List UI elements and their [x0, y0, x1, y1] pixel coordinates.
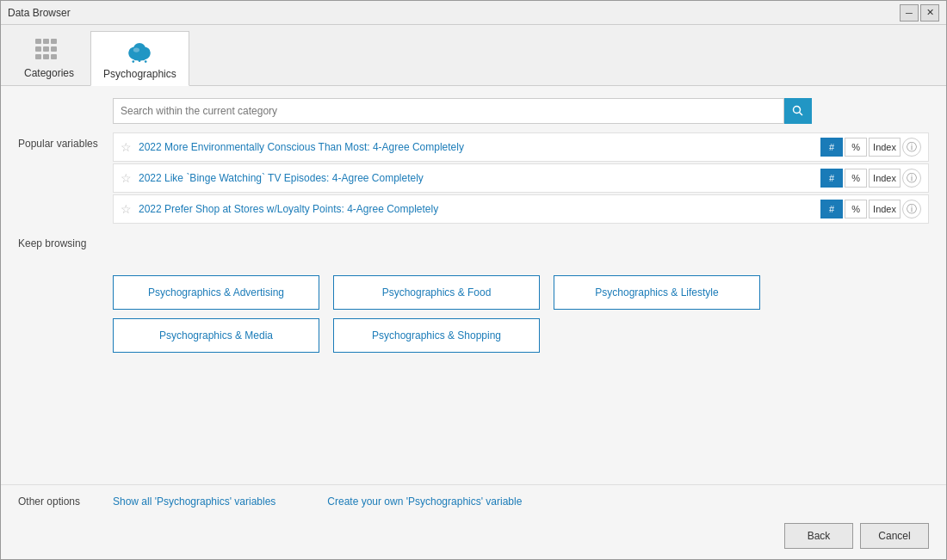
variable-buttons-2: # % Index ⓘ [820, 169, 921, 188]
cancel-button[interactable]: Cancel [860, 523, 929, 549]
svg-rect-0 [35, 39, 41, 44]
hash-button-3[interactable]: # [820, 200, 843, 218]
window-title: Data Browser [8, 7, 71, 19]
variable-link-1[interactable]: 2022 More Environmentally Conscious Than… [139, 141, 820, 153]
variable-buttons-3: # % Index ⓘ [820, 200, 921, 218]
tab-bar: Categories [1, 25, 946, 86]
svg-rect-5 [51, 46, 57, 52]
categories-icon [34, 34, 65, 65]
info-button-3[interactable]: ⓘ [902, 200, 921, 218]
variable-row: ☆ 2022 Prefer Shop at Stores w/Loyalty P… [113, 194, 929, 224]
other-options-links: Show all 'Psychographics' variables Crea… [113, 495, 522, 508]
browse-btn-media[interactable]: Psychographics & Media [113, 318, 319, 353]
percent-button-3[interactable]: % [845, 200, 867, 218]
bottom-section: Other options Show all 'Psychographics' … [1, 484, 946, 559]
close-button[interactable]: ✕ [920, 4, 939, 22]
svg-rect-1 [43, 39, 49, 44]
variable-link-3[interactable]: 2022 Prefer Shop at Stores w/Loyalty Poi… [139, 203, 820, 215]
svg-rect-2 [51, 39, 57, 44]
browse-row-1: Psychographics & Advertising Psychograph… [113, 275, 929, 310]
variable-buttons-1: # % Index ⓘ [820, 138, 921, 157]
svg-line-20 [800, 113, 803, 116]
browse-btn-shopping[interactable]: Psychographics & Shopping [333, 318, 540, 353]
title-bar-buttons: ─ ✕ [900, 4, 939, 22]
svg-point-17 [145, 60, 147, 63]
svg-rect-7 [43, 54, 49, 59]
search-button[interactable] [784, 98, 812, 124]
svg-rect-6 [35, 54, 41, 59]
svg-rect-4 [43, 46, 49, 52]
percent-button-2[interactable]: % [845, 169, 867, 188]
info-button-1[interactable]: ⓘ [902, 138, 921, 157]
star-button-3[interactable]: ☆ [121, 202, 132, 216]
back-button[interactable]: Back [784, 523, 853, 549]
svg-point-13 [135, 58, 138, 61]
keep-browsing-section: Keep browsing Psychographics & Advertisi… [18, 231, 929, 353]
variable-row: ☆ 2022 Like `Binge Watching` TV Episodes… [113, 163, 929, 193]
svg-point-19 [794, 107, 801, 114]
minimize-button[interactable]: ─ [900, 4, 919, 22]
percent-button-1[interactable]: % [845, 138, 867, 157]
index-button-2[interactable]: Index [869, 169, 901, 188]
search-row [18, 98, 929, 124]
index-button-3[interactable]: Index [869, 200, 901, 218]
tab-categories-label: Categories [24, 67, 74, 79]
search-icon [792, 105, 804, 117]
info-button-2[interactable]: ⓘ [902, 169, 921, 188]
footer-buttons: Back Cancel [18, 516, 929, 549]
main-window: Data Browser ─ ✕ Categorie [0, 0, 947, 560]
browse-btn-food[interactable]: Psychographics & Food [333, 275, 540, 310]
browse-row-2: Psychographics & Media Psychographics & … [113, 318, 929, 353]
tab-categories[interactable]: Categories [11, 30, 87, 85]
browse-btn-advertising[interactable]: Psychographics & Advertising [113, 275, 319, 310]
browse-buttons-area: Psychographics & Advertising Psychograph… [18, 275, 929, 353]
svg-point-15 [143, 58, 145, 61]
star-button-1[interactable]: ☆ [121, 140, 132, 154]
psychographics-icon [124, 35, 155, 66]
hash-button-2[interactable]: # [820, 169, 843, 188]
tab-psychographics-label: Psychographics [103, 68, 176, 80]
keep-browsing-label: Keep browsing [18, 237, 929, 249]
svg-point-14 [139, 59, 141, 62]
content-area: Popular variables ☆ 2022 More Environmen… [1, 86, 946, 484]
svg-rect-8 [51, 54, 57, 59]
svg-rect-3 [35, 46, 41, 52]
browse-btn-lifestyle[interactable]: Psychographics & Lifestyle [554, 275, 760, 310]
variable-link-2[interactable]: 2022 Like `Binge Watching` TV Episodes: … [139, 172, 820, 184]
variable-row: ☆ 2022 More Environmentally Conscious Th… [113, 132, 929, 162]
popular-variables-label: Popular variables [18, 132, 113, 225]
svg-point-16 [133, 60, 135, 63]
title-bar: Data Browser ─ ✕ [1, 1, 946, 25]
other-options-label: Other options [18, 495, 113, 508]
show-all-link[interactable]: Show all 'Psychographics' variables [113, 495, 275, 508]
index-button-1[interactable]: Index [869, 138, 901, 157]
popular-variables-section: Popular variables ☆ 2022 More Environmen… [18, 132, 929, 225]
hash-button-1[interactable]: # [820, 138, 843, 157]
tab-psychographics[interactable]: Psychographics [90, 31, 189, 86]
search-input[interactable] [113, 98, 784, 124]
variables-list: ☆ 2022 More Environmentally Conscious Th… [113, 132, 929, 225]
create-link[interactable]: Create your own 'Psychographics' variabl… [327, 495, 522, 508]
other-options-row: Other options Show all 'Psychographics' … [18, 495, 929, 508]
star-button-2[interactable]: ☆ [121, 171, 132, 185]
svg-point-18 [133, 47, 139, 52]
